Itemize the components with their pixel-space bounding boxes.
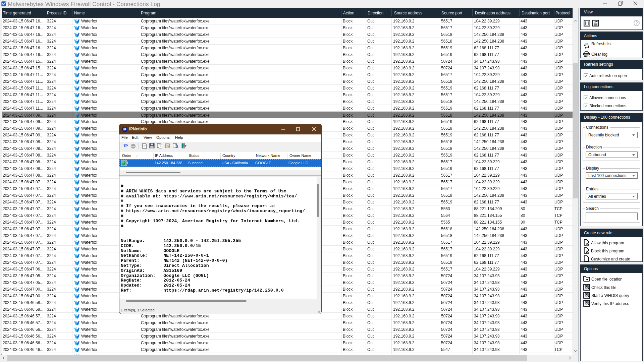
svg-text:IP: IP: [123, 128, 126, 131]
svg-text:STOP: STOP: [131, 145, 135, 147]
